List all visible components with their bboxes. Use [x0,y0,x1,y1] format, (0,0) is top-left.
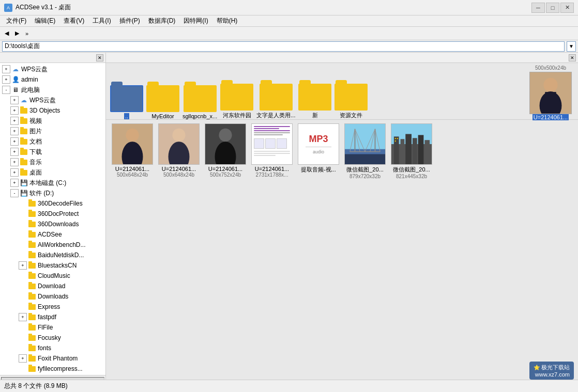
folder-icon-music [20,159,28,166]
toolbar-expand[interactable]: » [23,29,31,38]
tree-item-fonts[interactable]: fonts [0,343,105,353]
tree-item-cloudmusic[interactable]: CloudMusic [0,271,105,281]
right-panel-header: ✕ [106,53,578,63]
file-cell-doc[interactable]: U=2124061... 2731x1788x... [250,122,294,181]
left-panel-hscroll[interactable] [0,375,105,380]
tree-item-fyfile[interactable]: fyfilecompress... [0,364,105,374]
file-cell-city[interactable]: 微信截图_20... 821x445x32b [389,122,434,181]
left-panel-close[interactable]: ✕ [96,54,103,61]
file-item-wenzi[interactable]: 文字是人类用... [256,84,295,119]
tree-item-foxit[interactable]: + Foxit Phantom [0,353,105,364]
expand-3dobjects[interactable]: + [10,106,19,115]
menu-database[interactable]: 数据库(D) [144,15,180,26]
folder-icon-360d [28,200,36,207]
expand-software-d[interactable]: - [10,189,19,197]
expand-video[interactable]: + [10,117,19,125]
file-item-ziyuan[interactable]: 资源文件 [334,84,368,119]
tree-item-pictures[interactable]: + 图片 [0,126,105,136]
file-cell-photo1[interactable]: U=2124061... 500x648x24b [110,122,155,181]
expand-wps-cloud[interactable]: + [2,65,10,73]
tree-item-downloads3[interactable]: Downloads [0,291,105,302]
file-item-myeditor[interactable]: MyEditor [146,85,179,119]
close-button[interactable]: ✕ [560,3,574,13]
menu-view[interactable]: 查看(V) [59,15,88,26]
expand-wps2[interactable]: + [10,96,19,104]
tree-item-music[interactable]: + 音乐 [0,157,105,167]
minimize-button[interactable]: ─ [531,3,545,13]
expand-desktop[interactable]: + [10,168,19,177]
tree-item-ali[interactable]: AliWorkbenchD... [0,240,105,250]
tree-item-bluestacks[interactable]: + BluestacksCN [0,260,105,271]
tree-item-wps2[interactable]: + ☁ WPS云盘 [0,95,105,105]
tree-item-360dl[interactable]: 360Downloads [0,219,105,229]
large-preview-thumb[interactable] [529,72,572,114]
tree-item-360decode[interactable]: 360DecodeFiles [0,198,105,209]
preview-row: .. MyEditor sgllqpcnb_x... 河东 [106,63,578,120]
tree-label-fastpdf: fastpdf [38,313,56,321]
tree-item-docs[interactable]: + 文档 [0,136,105,147]
toolbar-btn-2[interactable]: ▶ [12,28,22,38]
menu-edit[interactable]: 编辑(E) [31,15,59,26]
expand-360decode [19,199,27,208]
svg-rect-35 [395,140,396,142]
expand-local-c[interactable]: + [10,179,19,187]
menu-internet[interactable]: 因特网(I) [179,15,212,26]
toolbar-btn-1[interactable]: ◀ [2,28,11,38]
expand-bluestacks[interactable]: + [19,261,27,270]
svg-rect-31 [418,135,424,164]
tree-item-flfile[interactable]: FlFile [0,322,105,333]
status-text: 总共 8 个文件 (8.9 MB) [4,382,68,390]
file-cell-bridge[interactable]: 微信截图_20... 879x720x32b [343,122,387,181]
tree-item-video[interactable]: + 视频 [0,116,105,126]
right-panel-close[interactable]: ✕ [569,54,576,61]
tree-item-fastpdf[interactable]: + fastpdf [0,312,105,322]
file-item-hedong[interactable]: 河东软件园 [220,84,253,119]
tree-item-360doc[interactable]: 360DocProtect [0,209,105,219]
tree-item-express[interactable]: Express [0,302,105,312]
expand-fastpdf[interactable]: + [19,313,27,321]
menu-help[interactable]: 帮助(H) [212,15,242,26]
expand-pictures[interactable]: + [10,127,19,135]
file-item-parent[interactable]: .. [110,85,143,119]
expand-foxit[interactable]: + [19,354,27,363]
tree-item-software-d[interactable]: - 💾 软件 (D:) [0,188,105,198]
tree-item-download[interactable]: Download [0,281,105,291]
tree-item-3dobjects[interactable]: + 3D Objects [0,105,105,116]
tree-item-downloads2[interactable]: + 下载 [0,147,105,157]
tree-item-local-c[interactable]: + 💾 本地磁盘 (C:) [0,178,105,188]
folder-icon-360doc [28,210,36,217]
expand-cloudmusic [19,272,27,280]
file-cell-mp3[interactable]: MP3 audio 提取音频-视... [296,122,341,181]
folder-icon-360dl [28,221,36,228]
folder-icon-pictures [20,128,28,135]
tree-item-this-pc[interactable]: - 🖥 此电脑 [0,85,105,95]
file-cell-photo2[interactable]: U=2124061... 500x648x24b [157,122,201,181]
toolbar: ◀ ▶ » [0,27,578,40]
left-panel-header: ✕ [0,53,105,63]
address-input[interactable] [2,41,565,52]
tree-label-music: 音乐 [29,158,42,167]
tree-item-desktop[interactable]: + 桌面 [0,167,105,178]
tree-item-focusky[interactable]: Focusky [0,333,105,343]
file-item-xin[interactable]: 新 [298,84,331,119]
file-item-sgll[interactable]: sgllqpcnb_x... [182,85,217,119]
file-cell-photo3[interactable]: U=2124061... 500x752x24b [203,122,248,181]
menu-tools[interactable]: 工具(I) [88,15,115,26]
label-doc: U=2124061... [250,166,294,172]
tree-item-admin[interactable]: + 👤 admin [0,74,105,85]
menu-file[interactable]: 文件(F) [2,15,31,26]
tree-item-baidu[interactable]: BaiduNetdiskD... [0,250,105,260]
address-dropdown[interactable]: ▼ [567,41,576,52]
hscroll-track[interactable] [1,377,104,380]
tree-item-acdsee[interactable]: ACDSee [0,229,105,240]
tree-item-wps-cloud[interactable]: + ☁ WPS云盘 [0,64,105,74]
expand-music[interactable]: + [10,158,19,166]
expand-this-pc[interactable]: - [2,86,10,94]
expand-downloads2[interactable]: + [10,148,19,156]
expand-docs[interactable]: + [10,137,19,146]
menu-plugins[interactable]: 插件(P) [115,15,144,26]
tree-label-express: Express [38,303,60,310]
maximize-button[interactable]: □ [546,3,559,13]
svg-rect-3 [545,92,556,114]
expand-admin[interactable]: + [2,75,10,84]
